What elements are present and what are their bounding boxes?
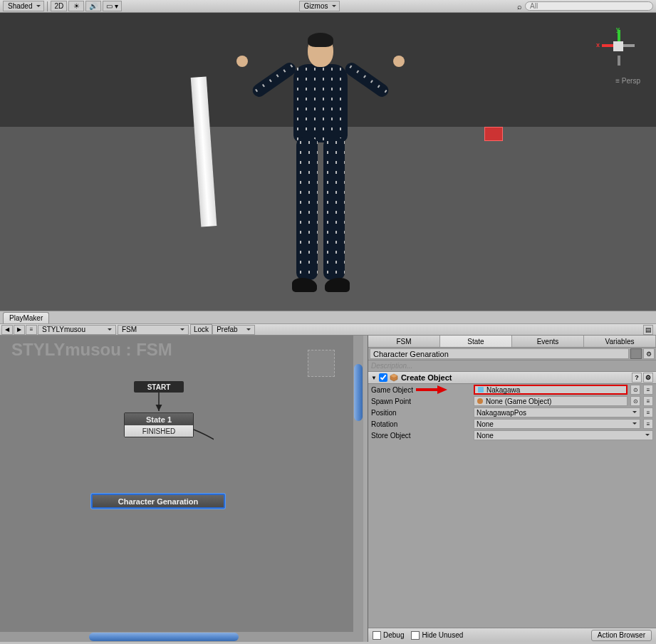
prop-position: Position NakagawapPos ≡ xyxy=(368,407,656,418)
state-1-title: State 1 xyxy=(125,413,193,425)
persp-label[interactable]: ≡ Persp xyxy=(615,77,640,85)
field-spawn-point[interactable]: None (Game Object) xyxy=(474,396,628,406)
axis-gizmo[interactable]: y x xyxy=(593,21,643,71)
nav-back-button[interactable]: ◀ xyxy=(1,325,13,335)
tab-events[interactable]: Events xyxy=(512,336,584,347)
2d-toggle[interactable]: 2D xyxy=(51,1,67,11)
inspector-bottom-bar: Debug Hide Unused Action Browser xyxy=(368,628,656,642)
state-1-event[interactable]: FINISHED xyxy=(125,425,193,437)
fx-icon[interactable]: ▭ ▾ xyxy=(103,1,122,11)
description-field[interactable]: Description... xyxy=(368,360,656,372)
foldout-icon[interactable]: ▼ xyxy=(371,375,377,381)
character-model xyxy=(256,34,385,298)
action-browser-button[interactable]: Action Browser xyxy=(591,630,652,641)
label-store-object: Store Object xyxy=(371,432,471,440)
field-rotation[interactable]: None xyxy=(474,419,640,429)
prop-game-object: Game Object Nakagawa ⊙ ≡ xyxy=(368,384,656,395)
action-gear-icon[interactable]: ⚙ xyxy=(643,373,653,383)
hide-unused-label: Hide Unused xyxy=(422,631,463,639)
main-split: STYLYmusou : FSM START State 1 FINISHED … xyxy=(0,336,656,642)
fsm-dropdown[interactable]: FSM xyxy=(118,325,189,335)
gameobject-dropdown[interactable]: STYLYmusou xyxy=(38,325,116,335)
search-icon: ⌕ xyxy=(517,2,522,11)
field-position[interactable]: NakagawapPos xyxy=(474,407,640,417)
state-node-2[interactable]: Character Genaration xyxy=(91,494,225,509)
state-2-title: Character Genaration xyxy=(93,495,224,507)
audio-icon[interactable]: 🔊 xyxy=(85,1,101,11)
cube-icon xyxy=(390,373,398,382)
fsm-note[interactable] xyxy=(308,350,335,377)
tab-fsm[interactable]: FSM xyxy=(368,336,440,347)
inspector-pane: FSM State Events Variables ⚙ Description… xyxy=(368,336,656,642)
shading-dropdown[interactable]: Shaded xyxy=(3,1,44,11)
scene-viewport[interactable]: y x ≡ Persp xyxy=(0,13,656,311)
fsm-title: STYLYmusou : FSM xyxy=(11,340,172,360)
state-name-input[interactable] xyxy=(370,348,629,359)
picker-icon[interactable]: ⊙ xyxy=(630,396,640,406)
scene-toolbar: Shaded 2D ☀ 🔊 ▭ ▾ Gizmos ⌕ xyxy=(0,0,656,13)
var-toggle-icon[interactable]: ≡ xyxy=(643,385,653,395)
svg-point-2 xyxy=(477,398,483,404)
action-title: Create Object xyxy=(401,373,452,382)
picker-icon[interactable]: ⊙ xyxy=(630,385,640,395)
prefab-icon xyxy=(477,386,484,393)
state-node-1[interactable]: State 1 FINISHED xyxy=(124,412,194,437)
red-object xyxy=(484,127,503,141)
field-store-object[interactable]: None xyxy=(474,430,653,440)
state-name-bar: ⚙ xyxy=(368,348,656,360)
playmaker-tabbar: PlayMaker xyxy=(0,311,656,323)
graph-vscrollbar[interactable] xyxy=(353,336,363,632)
search-input[interactable] xyxy=(525,1,653,11)
help-icon[interactable]: ? xyxy=(632,373,642,383)
action-enabled-checkbox[interactable] xyxy=(379,373,387,382)
label-spawn-point: Spawn Point xyxy=(371,398,471,405)
debug-label: Debug xyxy=(383,631,404,639)
gameobject-icon xyxy=(477,398,484,405)
tab-variables[interactable]: Variables xyxy=(584,336,656,347)
prop-store-object: Store Object None xyxy=(368,430,656,441)
light-icon[interactable]: ☀ xyxy=(68,1,84,11)
playmaker-tab[interactable]: PlayMaker xyxy=(3,312,49,323)
prop-spawn-point: Spawn Point None (Game Object) ⊙ ≡ xyxy=(368,395,656,407)
playmaker-toolbar: ◀ ▶ ≡ STYLYmusou FSM Lock Prefab ▤ xyxy=(0,323,656,336)
state-color-swatch[interactable] xyxy=(630,348,642,359)
red-arrow-icon xyxy=(415,385,449,395)
start-node[interactable]: START xyxy=(134,381,184,393)
label-position: Position xyxy=(371,409,471,417)
svg-rect-1 xyxy=(478,387,484,393)
hide-unused-checkbox[interactable] xyxy=(411,631,420,640)
prefab-dropdown[interactable]: Prefab xyxy=(212,325,255,335)
nav-forward-button[interactable]: ▶ xyxy=(14,325,25,335)
var-toggle-icon[interactable]: ≡ xyxy=(643,396,653,406)
gizmos-dropdown[interactable]: Gizmos xyxy=(299,1,340,11)
label-rotation: Rotation xyxy=(371,420,471,428)
var-toggle-icon[interactable]: ≡ xyxy=(643,407,653,417)
debug-checkbox[interactable] xyxy=(373,631,381,640)
graph-hscrollbar[interactable] xyxy=(0,632,363,642)
var-toggle-icon[interactable]: ≡ xyxy=(643,419,653,429)
lock-button[interactable]: Lock xyxy=(190,324,212,335)
minimap-button[interactable]: ▤ xyxy=(643,325,653,335)
action-header[interactable]: ▼ Create Object ? ⚙ xyxy=(368,372,656,384)
gear-icon[interactable]: ⚙ xyxy=(643,348,655,359)
label-game-object: Game Object xyxy=(371,385,471,395)
recent-button[interactable]: ≡ xyxy=(26,325,37,335)
field-game-object[interactable]: Nakagawa xyxy=(474,385,628,395)
tab-state[interactable]: State xyxy=(440,336,512,347)
inspector-tabs: FSM State Events Variables xyxy=(368,336,656,348)
fsm-graph[interactable]: STYLYmusou : FSM START State 1 FINISHED … xyxy=(0,336,363,642)
prop-rotation: Rotation None ≡ xyxy=(368,418,656,430)
